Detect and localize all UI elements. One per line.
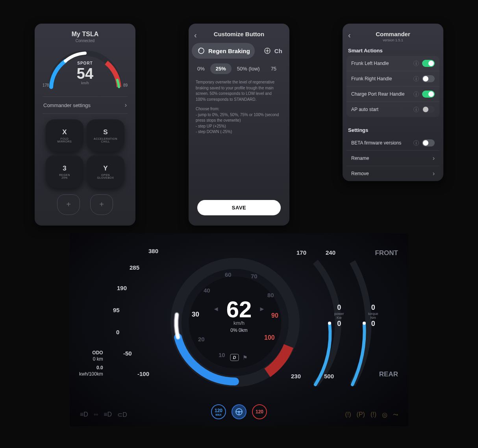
option-75-partial[interactable]: 75 — [265, 63, 282, 74]
scale-num: -50 — [123, 350, 132, 357]
panel-customize-button: ‹ Customize Button Regen Braking Ch 0% 2… — [189, 24, 289, 226]
toggle-ap-autostart[interactable] — [422, 106, 435, 113]
shortcut-key: X — [62, 128, 67, 136]
gear-indicator: D — [230, 354, 239, 361]
checkered-flag-icon: ⚑ — [243, 354, 248, 361]
chevron-right-icon: › — [433, 170, 435, 177]
steering-wheel-icon — [235, 408, 243, 416]
connection-status: Connected — [35, 39, 135, 43]
back-button[interactable]: ‹ — [348, 31, 351, 40]
speed-value: 54 — [77, 66, 93, 81]
power-unit: Kw — [334, 316, 344, 320]
add-shortcut-button[interactable]: + — [90, 194, 113, 215]
tab-next[interactable]: Ch — [258, 43, 287, 59]
info-icon[interactable]: i — [413, 107, 419, 112]
power-label: power — [334, 312, 344, 316]
inner-num: 40 — [204, 287, 210, 294]
shortcut-button-x[interactable]: X FOLDMIRRORS — [46, 119, 83, 152]
scale-num: 285 — [130, 264, 139, 271]
panel-my-tsla: My TSLA Connected SPORT 54 km/h 178 89 C… — [35, 24, 135, 226]
odo-block: ODO 0 km 0.0 kwh/100km — [79, 350, 103, 378]
row-remove[interactable]: Remove › — [346, 166, 439, 181]
speed-gauge: SPORT 54 km/h 178 89 — [35, 45, 135, 93]
scale-num: 0 — [116, 329, 119, 335]
shortcut-button-y[interactable]: Y OPENGLOVEBOX — [87, 155, 124, 188]
dash-subinfo: 0% 0km — [226, 328, 252, 333]
tab-label-partial: Ch — [274, 48, 282, 54]
gauge-max: 89 — [123, 83, 128, 87]
svg-point-8 — [363, 322, 366, 325]
tab-regen-braking[interactable]: Regen Braking — [192, 43, 255, 59]
steering-wheel-button[interactable] — [232, 404, 246, 419]
row-rename[interactable]: Rename › — [346, 151, 439, 166]
settings-row-label: Commander settings — [43, 102, 91, 108]
dash-speed: 62 — [226, 296, 252, 322]
shortcut-key: 3 — [63, 165, 66, 172]
inner-num: 80 — [267, 292, 274, 298]
back-button[interactable]: ‹ — [194, 31, 197, 40]
shortcut-key: Y — [103, 165, 107, 172]
torque-value-bot: 0 — [368, 320, 378, 328]
inner-num: 20 — [198, 336, 205, 342]
scale-num: 500 — [324, 373, 334, 380]
row-frunk-left[interactable]: Frunk Left Handle i — [346, 56, 439, 71]
shortcut-button-3[interactable]: 3 REGEN25% — [46, 155, 83, 188]
scale-num: 230 — [291, 373, 301, 380]
save-button[interactable]: SAVE — [197, 200, 281, 215]
shortcut-label: OPENGLOVEBOX — [97, 174, 114, 179]
torque-unit: Nm — [368, 316, 378, 320]
row-charge-port[interactable]: Charge Port Rear Handle i — [346, 87, 439, 102]
torque-value-top: 0 — [368, 304, 378, 312]
torque-label: torque — [368, 312, 378, 316]
row-beta[interactable]: BETA firmware versions i — [346, 135, 439, 151]
svg-point-10 — [238, 411, 240, 413]
toggle-frunk-right[interactable] — [422, 75, 435, 82]
description-text: Temporary overwrite the level of regener… — [189, 74, 289, 135]
chevron-right-icon: › — [433, 155, 435, 162]
inner-num: 70 — [251, 273, 258, 280]
toggle-frunk-left[interactable] — [422, 60, 435, 67]
inner-num: 30 — [192, 311, 199, 318]
app-title: My TSLA — [35, 31, 135, 38]
regen-icon — [196, 46, 206, 56]
inner-num-red: 100 — [264, 334, 275, 341]
svg-point-7 — [328, 322, 331, 325]
gauge-min: 178 — [43, 83, 49, 87]
wheel-icon — [263, 46, 272, 56]
info-icon[interactable]: i — [413, 91, 419, 97]
option-25[interactable]: 25% — [210, 63, 232, 74]
option-50[interactable]: 50% (low) — [232, 63, 265, 74]
info-icon[interactable]: i — [413, 140, 419, 146]
panel-commander: ‹ Commander version 1.5.1 Smart Actions … — [343, 24, 443, 181]
inner-num-red: 90 — [271, 312, 278, 319]
scale-num: 170 — [296, 249, 306, 256]
add-shortcut-button[interactable]: + — [57, 194, 80, 215]
label-rear: REAR — [379, 370, 398, 378]
drive-mode: SPORT — [77, 61, 93, 65]
speed-limit-set-button[interactable]: 120 — [252, 404, 267, 419]
commander-settings-row[interactable]: Commander settings › — [43, 96, 128, 114]
page-title: Commander — [376, 31, 410, 37]
shortcut-label: FOLDMIRRORS — [57, 137, 72, 143]
arrow-left-icon: ◄ — [213, 305, 219, 313]
label-front: FRONT — [375, 249, 398, 257]
toggle-beta[interactable] — [422, 139, 435, 146]
toggle-charge-port[interactable] — [422, 91, 435, 98]
info-icon[interactable]: i — [413, 61, 419, 66]
inner-num: 10 — [219, 352, 225, 358]
scale-num: 190 — [117, 285, 127, 291]
section-smart-actions: Smart Actions — [343, 44, 443, 56]
inner-num: 60 — [225, 271, 232, 278]
row-frunk-right[interactable]: Frunk Right Handle i — [346, 71, 439, 87]
row-ap-autostart[interactable]: AP auto start i — [346, 102, 439, 117]
option-0[interactable]: 0% — [192, 63, 210, 74]
info-icon[interactable]: i — [413, 76, 419, 81]
speed-limit-max-button[interactable]: 120 MAX — [211, 404, 226, 419]
shortcut-button-s[interactable]: S ACCELERATIONCHILL — [87, 119, 124, 152]
power-value-bot: 0 — [334, 320, 344, 328]
option-row: 0% 25% 50% (low) 75 — [189, 59, 289, 74]
chevron-right-icon: › — [125, 102, 127, 109]
scale-num: 240 — [326, 249, 335, 256]
power-value-top: 0 — [334, 304, 344, 312]
shortcut-label: REGEN25% — [59, 174, 70, 179]
